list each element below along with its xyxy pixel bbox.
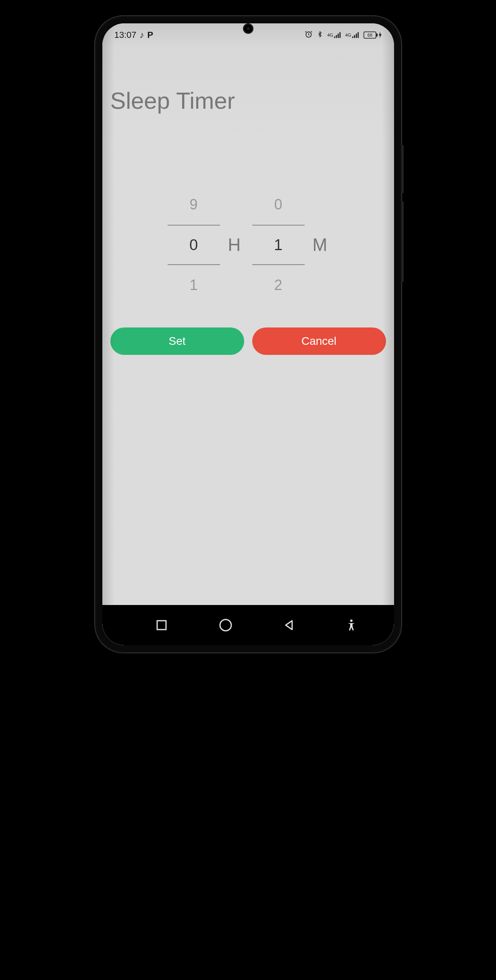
svg-rect-7 (356, 33, 357, 38)
bluetooth-icon (317, 30, 323, 40)
content: 9 0 1 H 0 1 2 M Set (102, 138, 394, 605)
svg-rect-1 (334, 37, 335, 38)
nav-bar (102, 605, 394, 645)
time-picker: 9 0 1 H 0 1 2 M (110, 191, 386, 299)
hours-next: 1 (168, 271, 220, 299)
svg-text:68: 68 (367, 33, 372, 37)
svg-rect-10 (376, 33, 378, 37)
side-button (401, 145, 404, 193)
hours-column: 9 0 1 H (168, 191, 244, 299)
side-button (401, 201, 404, 282)
hours-picker[interactable]: 9 0 1 (168, 191, 220, 299)
app-icon: P (147, 30, 154, 40)
status-time: 13:07 (114, 30, 137, 40)
battery-icon: 68 (363, 31, 382, 39)
header: Sleep Timer (102, 47, 394, 138)
music-icon: ♪ (140, 30, 144, 40)
set-button[interactable]: Set (110, 327, 244, 355)
cancel-button[interactable]: Cancel (252, 327, 386, 355)
network-4g-1: 4G (327, 32, 341, 38)
alarm-icon (305, 30, 313, 40)
svg-rect-3 (338, 33, 339, 38)
status-left: 13:07 ♪ P (114, 30, 154, 40)
svg-rect-4 (339, 32, 340, 38)
svg-point-13 (220, 619, 231, 631)
hours-current: 0 (168, 225, 220, 265)
camera-notch (243, 23, 253, 34)
minutes-prev: 0 (252, 191, 305, 219)
minutes-current: 1 (252, 225, 305, 265)
nav-recents-button[interactable] (156, 619, 168, 631)
svg-rect-8 (357, 32, 359, 38)
network-4g-2: 4G (345, 32, 359, 38)
page-title: Sleep Timer (110, 87, 386, 114)
minutes-unit: M (313, 235, 329, 255)
svg-rect-2 (336, 35, 337, 38)
svg-rect-6 (354, 35, 355, 38)
hours-unit: H (228, 235, 244, 255)
hours-prev: 9 (168, 191, 220, 219)
nav-back-button[interactable] (283, 619, 295, 631)
status-right: 4G 4G (305, 30, 382, 40)
minutes-column: 0 1 2 M (252, 191, 329, 299)
svg-point-14 (350, 619, 353, 622)
minutes-picker[interactable]: 0 1 2 (252, 191, 305, 299)
phone-frame: 13:07 ♪ P 4G (95, 16, 401, 653)
minutes-next: 2 (252, 271, 305, 299)
button-row: Set Cancel (110, 327, 386, 355)
nav-home-button[interactable] (218, 618, 233, 632)
svg-rect-5 (352, 37, 353, 38)
nav-accessibility-button[interactable] (346, 619, 357, 631)
svg-rect-12 (157, 621, 166, 630)
phone-screen: 13:07 ♪ P 4G (102, 23, 394, 645)
